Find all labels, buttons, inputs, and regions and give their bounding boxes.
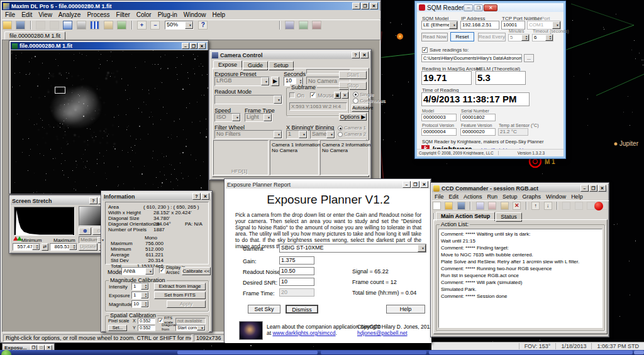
menu-edit[interactable]: Edit (447, 194, 462, 200)
action-item[interactable]: Wait until 21:15 (441, 238, 600, 244)
zoom-out-icon[interactable]: − (150, 21, 160, 30)
menu-plugin[interactable]: Plug-in (155, 11, 180, 18)
minutes-input[interactable]: 5 (508, 34, 530, 41)
menu-window[interactable]: Window (543, 194, 569, 200)
taskbar-button[interactable] (429, 351, 633, 354)
help-button[interactable]: ? (352, 52, 360, 58)
menu-view[interactable]: View (35, 11, 55, 18)
magnitude-input[interactable]: 10 (131, 300, 149, 308)
camera-select[interactable]: SBIG ST-10XME (279, 244, 426, 253)
reset-button[interactable]: Reset (450, 32, 474, 41)
apply-button[interactable]: Apply (167, 300, 206, 308)
read-every-button[interactable]: Read Every (478, 33, 506, 41)
action-item[interactable]: Comment: ***** Will park (simulated) (441, 279, 600, 286)
paste-icon[interactable] (501, 202, 509, 210)
help-button[interactable]: ? (89, 197, 97, 204)
taskbar-tray[interactable] (634, 351, 644, 354)
tcp-port-input[interactable]: 10001 (501, 21, 525, 30)
information-titlebar[interactable]: Information ? ✕ (103, 192, 211, 200)
zoom-in-icon[interactable]: + (137, 21, 147, 30)
taskbar-button[interactable] (177, 351, 318, 354)
camera1-radio[interactable] (338, 126, 343, 131)
taskbar-button[interactable] (321, 351, 426, 354)
open-action-icon[interactable] (445, 202, 453, 210)
menu-process[interactable]: Process (84, 11, 113, 18)
dismiss-button[interactable]: Dismiss (286, 305, 318, 314)
image-titlebar[interactable]: file.00000280.M 1.fit – ❐ ✕ (11, 42, 207, 50)
frame-type-select[interactable]: Light (245, 113, 272, 122)
simccd-link[interactable]: www.darklights.org/simccd (272, 330, 335, 336)
disable-action-icon[interactable] (575, 202, 583, 210)
maximize-button[interactable]: ❐ (589, 185, 597, 192)
sqm-titlebar[interactable]: SQM Reader – ❐ ✕ (417, 3, 564, 12)
set-sky-button[interactable]: Set Sky (248, 305, 280, 314)
maximum-input[interactable]: 865.53 (50, 243, 77, 251)
minimize-button[interactable]: – (580, 185, 589, 192)
subframe-mouse-checkbox[interactable] (310, 92, 316, 98)
subframe-edit-button[interactable]: ▣ (334, 92, 341, 99)
autosave-button[interactable]: Autosave (352, 104, 369, 112)
close-button[interactable]: ✕ (484, 4, 497, 11)
intensity-input[interactable]: 1 (131, 283, 149, 290)
action-item[interactable]: Move to NGC 7635 with bubble centered. (441, 251, 600, 258)
readout-noise-input[interactable]: 10.50 (279, 267, 314, 275)
maximize-button[interactable]: ❐ (361, 3, 369, 9)
exposure-planner-titlebar[interactable]: Exposure Planner Report – ❐ ✕ (226, 180, 430, 188)
histogram[interactable] (14, 207, 75, 236)
save-action-icon[interactable] (457, 202, 465, 210)
close-button[interactable]: ✕ (370, 3, 378, 9)
enable-action-icon[interactable] (562, 202, 570, 210)
sqm-model-select[interactable]: LE (Ethernet) (421, 21, 458, 30)
readout-mode-select[interactable] (214, 95, 282, 104)
minimize-button[interactable]: – (402, 181, 411, 188)
preset-expand-button[interactable]: ▶ (271, 77, 279, 86)
action-item[interactable]: Plate Solve and ReSlew. Retry after 1 ar… (441, 258, 600, 265)
ip-address-input[interactable]: 192.168.2.51 (460, 21, 499, 30)
set-from-fits-button[interactable]: Set from FITS (154, 292, 206, 299)
observatory-icon[interactable] (312, 21, 321, 30)
screen-stretch-titlebar[interactable]: Screen Stretch ? ✕ (11, 197, 108, 205)
swap-minmax-button[interactable]: ⇄ (42, 243, 48, 251)
minimum-input[interactable]: 557.47 (13, 243, 40, 251)
move-down-icon[interactable]: ↓ (544, 202, 552, 210)
timeout-input[interactable]: 6 (532, 34, 553, 41)
action-item[interactable]: Simulated Park. (441, 286, 600, 293)
com-port-select[interactable]: COM1 (527, 21, 561, 30)
undo-icon[interactable] (36, 21, 45, 30)
close-button[interactable]: ✕ (198, 43, 206, 49)
delete-action-icon[interactable]: ✕ (513, 202, 521, 210)
y-binning-select[interactable]: Same (310, 130, 335, 139)
filter-tools-icon[interactable] (117, 21, 126, 30)
exposure-preset-select[interactable]: LRGB (214, 77, 270, 86)
filter-wheel-select[interactable]: No Filters (214, 130, 282, 139)
maximize-button[interactable]: ❐ (190, 43, 197, 49)
action-item[interactable]: Comment: ***** Session done (441, 293, 600, 300)
menu-analyze[interactable]: Analyze (55, 11, 84, 18)
single-radio[interactable] (353, 92, 358, 97)
subframe-clear-button[interactable]: ✕ (341, 92, 348, 99)
histogram-icon[interactable] (90, 21, 99, 30)
menu-graphs[interactable]: Graphs (520, 194, 544, 200)
desired-snr-input[interactable]: 10 (279, 278, 314, 286)
close-button[interactable]: ✕ (420, 181, 428, 188)
start-orb[interactable] (1, 350, 11, 355)
action-item[interactable]: Comment: ***** Waiting until sky is dark… (441, 231, 600, 238)
camera2-radio[interactable] (338, 132, 343, 137)
action-item[interactable]: Comment: ***** Running two-hour RGB sequ… (441, 265, 600, 272)
redo-icon[interactable] (50, 21, 59, 30)
menu-filter[interactable]: Filter (113, 11, 133, 18)
action-item[interactable]: Comment: ***** Finding target: (441, 244, 600, 251)
menu-color[interactable]: Color (133, 11, 155, 18)
copy-icon[interactable] (476, 202, 484, 210)
menu-help[interactable]: Help (209, 11, 228, 18)
save-path-field[interactable]: C:\Users\Hilary\Documents\Hilary's Data\… (421, 54, 522, 62)
windows-taskbar[interactable] (0, 350, 644, 355)
action-item[interactable]: Run list in sequence RGB.act once (441, 272, 600, 279)
pixel-scale-y-input[interactable]: 0.552 (138, 325, 155, 331)
extract-from-image-button[interactable]: Extract from image (154, 283, 206, 290)
diagonal-from-select[interactable]: Start corner (175, 325, 206, 331)
menu-help[interactable]: Help (569, 194, 586, 200)
cut-icon[interactable] (488, 202, 496, 210)
set-scale-button[interactable]: Set... (108, 325, 127, 331)
exposure-input[interactable]: 1 (131, 292, 149, 299)
